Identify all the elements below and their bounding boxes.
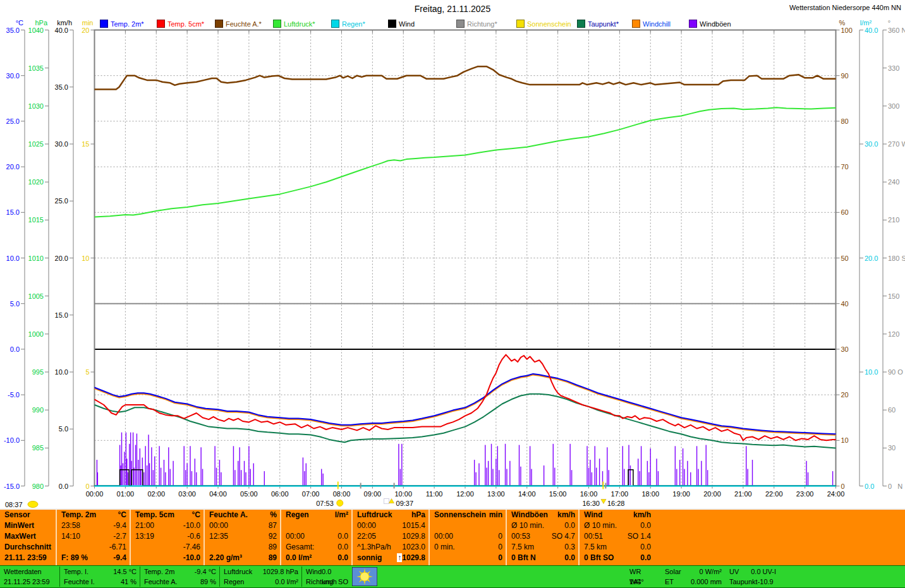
stats-cell-right: 0.0 xyxy=(564,553,575,563)
stats-cell-left: Ø 10 min. xyxy=(511,520,544,531)
stats-cell-right: 1015.4 xyxy=(402,520,425,531)
stats-cell-left: 14:10 xyxy=(61,531,80,542)
footer-line: ET0.000 mm xyxy=(661,577,726,587)
axis-tick-label-deg: 180 S xyxy=(888,255,905,262)
stats-row: Windkm/h xyxy=(580,510,655,520)
stats-column: Windkm/hØ 10 min.0.000:51SO 1.47.5 km0.0… xyxy=(578,510,655,565)
stats-cell-left: Sonnenschein xyxy=(434,510,486,520)
stats-cell-right: l/m² xyxy=(335,510,348,520)
footer-label: UV xyxy=(729,567,739,577)
arrow-up-icon xyxy=(389,499,394,503)
stats-cell-left: Regen xyxy=(286,510,309,520)
footer-label: Wind xyxy=(306,567,322,577)
stats-cell-right: 0.0 xyxy=(564,520,575,531)
footer-cell: Temp. I.14.5 °CFeuchte I.41 % xyxy=(59,567,140,587)
stats-row: 2.20 g/m³89 xyxy=(205,553,281,563)
axis-tick-label-pct: 90 xyxy=(841,72,849,80)
stats-cell-left: 0.0 l/m² xyxy=(286,553,312,563)
stats-cell-right: -9.4 xyxy=(113,553,126,563)
footer-value: 41 % xyxy=(121,577,137,587)
axis-tick-label-hpa: 1035 xyxy=(28,64,44,72)
axis-tick-label-degc: -15.0 xyxy=(4,483,20,490)
footer-cell: Luftdruck1029.8 hPaRegen0.0 l/m² xyxy=(219,567,302,587)
footer-cell: UV0.0 UV-ITaupunkt-10.9 °C xyxy=(726,567,780,587)
footer-cell: Solar0 W/m²ET0.000 mm xyxy=(661,567,726,587)
stats-cell-right: SO 1.4 xyxy=(628,531,651,542)
stats-cell-left: Temp. 2m xyxy=(61,510,96,520)
axis-tick-label-kmh: 20.0 xyxy=(55,255,68,262)
stats-cell-right: 0.0 xyxy=(337,531,348,542)
axis-tick-label-deg: 30 xyxy=(888,444,896,452)
stats-cell-right: -10.0 xyxy=(183,553,200,563)
footer-label: Luftdruck xyxy=(224,567,252,577)
footer-line: Feuchte I.41 % xyxy=(60,577,140,587)
stats-row: Windböenkm/h xyxy=(507,510,580,520)
stats-cell-left: 0 Bft N xyxy=(511,553,536,563)
stats-row: 21:00-10.0 xyxy=(131,520,205,531)
stats-cell-right: 0.3 xyxy=(564,542,575,553)
stats-row: Ø 10 min.0.0 xyxy=(507,520,580,531)
footer-label: Temp. 2m xyxy=(144,567,174,577)
stats-cell-left: 0 min. xyxy=(434,542,455,553)
stats-row xyxy=(281,520,353,531)
axis-tick-label-hpa: 990 xyxy=(32,406,44,414)
stats-column: Windböenkm/hØ 10 min.0.000:53SO 4.77.5 k… xyxy=(506,510,580,565)
series-wind xyxy=(95,470,836,486)
x-axis-label: 10:00 xyxy=(394,490,412,498)
axis-tick-label-minu: 15 xyxy=(82,140,89,148)
stats-cell-left: 00:53 xyxy=(511,531,530,542)
axis-tick-label-degc: 0.0 xyxy=(10,345,20,353)
axis-tick-label-minu: 10 xyxy=(82,255,89,262)
stats-row: 00:53SO 4.7 xyxy=(507,531,580,542)
stats-cell-left: 00:00 xyxy=(357,520,376,531)
stats-row: Temp. 2m°C xyxy=(57,510,131,520)
stats-row: 89 xyxy=(205,542,281,553)
footer-line: Wind0.0 km/h xyxy=(302,567,352,577)
sunset-label: 16:28 xyxy=(607,500,625,507)
footer-label: WR 144° xyxy=(629,567,657,577)
axis-tick-label-pct: 50 xyxy=(841,255,849,262)
axis-tick-label-hpa: 985 xyxy=(32,444,44,452)
stats-cell-left: 00:51 xyxy=(584,531,603,542)
footer-value: 0 W/m² xyxy=(700,567,722,577)
stats-cell-left: 2.20 g/m³ xyxy=(209,553,242,563)
axis-tick-label-hpa: 980 xyxy=(32,483,44,490)
axis-tick-label-pct: 40 xyxy=(841,300,849,308)
stats-row: -7.46 xyxy=(131,542,205,553)
stats-cell-right: -10.0 xyxy=(183,520,200,531)
stats-cell-right: hPa xyxy=(411,510,425,520)
x-axis-label: 05:00 xyxy=(240,490,258,498)
footer-value: 0.000 mm xyxy=(691,577,722,587)
stats-cell-right: 87 xyxy=(269,520,277,531)
stats-row: Sensor xyxy=(0,510,56,520)
axis-tick-label-lm2: 30.0 xyxy=(865,140,878,148)
axis-tick-label-deg: 300 xyxy=(888,102,899,110)
axis-tick-label-degc: 20.0 xyxy=(6,163,20,171)
footer-line: UV0.0 UV-I xyxy=(726,567,780,577)
axis-tick-label-degc: 15.0 xyxy=(6,208,20,216)
stats-cell-left: MinWert xyxy=(4,520,34,531)
stats-row: F: 89 %-9.4 xyxy=(57,553,131,563)
footer-label: Feuchte A. xyxy=(144,577,178,587)
axis-tick-label-pct: 0 xyxy=(841,483,845,490)
axis-tick-label-hpa: 1000 xyxy=(28,330,44,338)
axis-tick-label-hpa: 1005 xyxy=(28,292,44,300)
axis-tick-label-lm2: 10.0 xyxy=(865,368,878,376)
footer-value: 0.0 l/m² xyxy=(275,577,298,587)
axis-tick-label-deg: 120 xyxy=(888,330,899,338)
stats-cell-left: Luftdruck xyxy=(357,510,392,520)
stats-row: MinWert xyxy=(0,520,56,531)
axis-tick-label-pct: 30 xyxy=(841,345,849,353)
stats-cell-right: 0 xyxy=(498,553,502,563)
axis-tick-label-pct: 80 xyxy=(841,117,849,125)
footer-label: Regen xyxy=(224,577,244,587)
stats-cell-left: ^1.3hPa/h xyxy=(357,542,391,553)
axis-tick-label-lm2: 20.0 xyxy=(865,255,878,262)
stats-row: 13:19-0.6 xyxy=(131,531,205,542)
axis-tick-label-minu: 20 xyxy=(82,27,89,34)
axis-tick-label-hpa: 1010 xyxy=(28,255,44,262)
stats-row: 21.11. 23:59 xyxy=(0,553,56,563)
stats-cell-left: Windböen xyxy=(511,510,548,520)
stats-cell-right: °C xyxy=(192,510,200,520)
axis-tick-label-kmh: 15.0 xyxy=(55,311,68,319)
